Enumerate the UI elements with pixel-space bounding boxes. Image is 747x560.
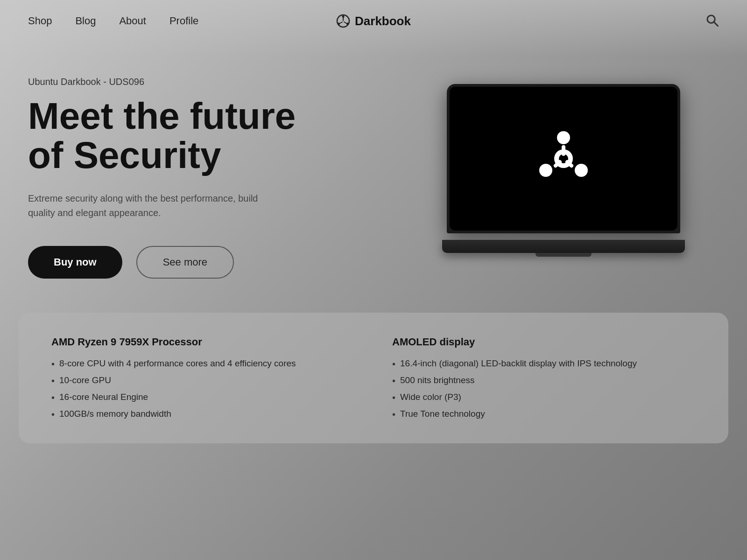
spec-item: True Tone technology	[392, 409, 696, 420]
svg-point-2	[338, 23, 340, 25]
specs-col-display: AMOLED display 16.4-inch (diagonal) LED-…	[392, 336, 696, 420]
spec-item: 16.4-inch (diagonal) LED-backlit display…	[392, 358, 696, 370]
hero-subtitle: Ubuntu Darkbook - UDS096	[28, 77, 408, 87]
nav-shop[interactable]: Shop	[28, 15, 52, 27]
laptop-wrapper	[442, 84, 685, 261]
nav-profile[interactable]: Profile	[169, 15, 198, 27]
see-more-button[interactable]: See more	[136, 246, 234, 279]
specs-display-list: 16.4-inch (diagonal) LED-backlit display…	[392, 358, 696, 420]
search-icon	[705, 13, 719, 27]
specs-processor-list: 8-core CPU with 4 performance cores and …	[51, 358, 355, 420]
ubuntu-screen-logo	[533, 128, 594, 189]
specs-section: AMD Ryzen 9 7959X Processor 8-core CPU w…	[19, 313, 728, 443]
spec-item: 10-core GPU	[51, 375, 355, 386]
spec-item: 500 nits brightness	[392, 375, 696, 386]
svg-line-5	[714, 22, 718, 26]
spec-item: 16-core Neural Engine	[51, 392, 355, 403]
laptop-lid	[447, 84, 680, 233]
laptop-image	[408, 84, 719, 261]
svg-point-8	[557, 131, 570, 144]
svg-point-3	[346, 23, 349, 25]
specs-display-title: AMOLED display	[392, 336, 696, 348]
nav-links: Shop Blog About Profile	[28, 15, 198, 27]
logo-text: Darkbook	[355, 14, 411, 28]
search-button[interactable]	[705, 13, 719, 29]
specs-col-processor: AMD Ryzen 9 7959X Processor 8-core CPU w…	[51, 336, 355, 420]
logo-icon	[336, 14, 350, 28]
hero-text: Ubuntu Darkbook - UDS096 Meet the future…	[28, 67, 408, 279]
hero-buttons: Buy now See more	[28, 246, 408, 279]
svg-point-9	[539, 164, 552, 177]
navbar: Shop Blog About Profile Darkbook	[0, 0, 747, 42]
hero-section: Ubuntu Darkbook - UDS096 Meet the future…	[0, 42, 747, 313]
specs-processor-title: AMD Ryzen 9 7959X Processor	[51, 336, 355, 348]
nav-blog[interactable]: Blog	[75, 15, 96, 27]
site-logo[interactable]: Darkbook	[336, 14, 411, 28]
laptop-base	[442, 240, 685, 253]
spec-item: Wide color (P3)	[392, 392, 696, 403]
nav-about[interactable]: About	[119, 15, 146, 27]
svg-point-10	[575, 164, 588, 177]
spec-item: 8-core CPU with 4 performance cores and …	[51, 358, 355, 370]
spec-item: 100GB/s memory bandwidth	[51, 409, 355, 420]
hero-title: Meet the futureof Security	[28, 97, 408, 175]
buy-now-button[interactable]: Buy now	[28, 246, 122, 279]
hero-description: Extreme security along with the best per…	[28, 191, 271, 220]
